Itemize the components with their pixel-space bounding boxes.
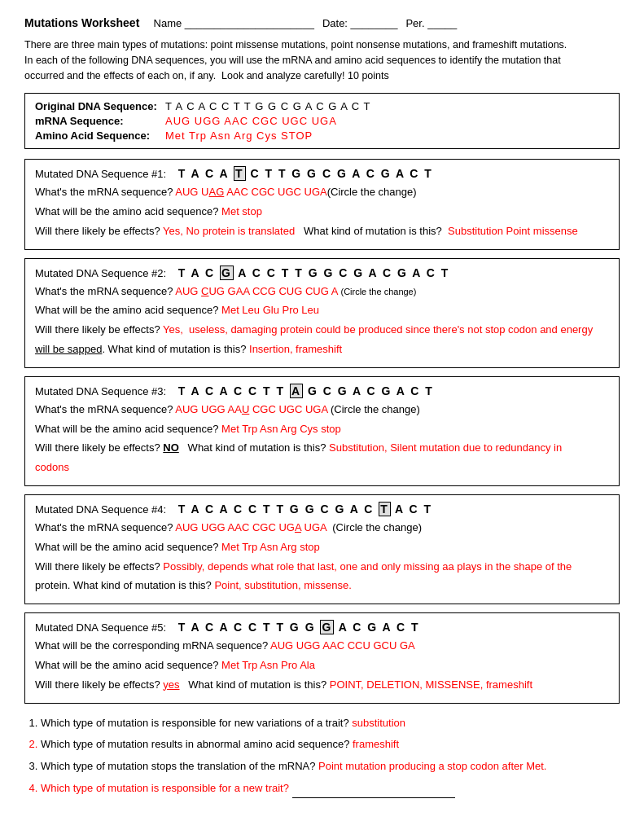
mutation-1-q1: What's the mRNA sequence? AUG UAG AAC CG… <box>35 184 609 201</box>
mutation-2-q3-line1: Will there likely be effects? Yes, usele… <box>35 322 609 339</box>
mutation-box-2: Mutated DNA Sequence #2: T A C G A C C T… <box>24 258 620 368</box>
answer-2: frameshift <box>353 738 399 750</box>
mutation-3-label: Mutated DNA Sequence #3: <box>35 385 175 397</box>
mutation-5-label: Mutated DNA Sequence #5: <box>35 621 175 634</box>
mutation-1-label: Mutated DNA Sequence #1: <box>35 168 175 180</box>
orig-mrna-label: mRNA Sequence: <box>35 115 165 127</box>
original-dna-box: Original DNA Sequence: T A C A C C T T G… <box>24 93 620 149</box>
answer-3: Point mutation producing a stop codon af… <box>318 760 546 772</box>
mutation-5-q2: What will be the amino acid sequence? Me… <box>35 657 609 674</box>
mutation-1-q2: What will be the amino acid sequence? Me… <box>35 204 609 221</box>
answer-4-blank <box>292 780 455 798</box>
page-header: Mutations Worksheet Name _______________… <box>24 16 620 29</box>
question-3: Which type of mutation stops the transla… <box>41 758 620 775</box>
mutation-4-q2: What will be the amino acid sequence? Me… <box>35 539 609 556</box>
review-questions: Which type of mutation is responsible fo… <box>24 715 620 798</box>
mutation-4-dna: T A C A C C T T G G C G A C T A C T <box>178 503 433 516</box>
mutation-4-q3-line1: Will there likely be effects? Possibly, … <box>35 559 609 576</box>
worksheet-title: Mutations Worksheet <box>24 16 139 29</box>
mutation-box-1: Mutated DNA Sequence #1: T A C A T C T T… <box>24 159 620 249</box>
name-label: Name ______________________ <box>147 17 314 29</box>
mutation-2-label: Mutated DNA Sequence #2: <box>35 267 175 279</box>
answer-1: substitution <box>352 717 405 729</box>
mutation-box-3: Mutated DNA Sequence #3: T A C A C C T T… <box>24 376 620 486</box>
date-label: Date: ________ <box>322 17 398 29</box>
mutation-box-5: Mutated DNA Sequence #5: T A C A C C T T… <box>24 612 620 703</box>
mutation-4-q1: What's the mRNA sequence? AUG UGG AAC CG… <box>35 520 609 537</box>
mutation-3-dna: T A C A C C T T A G C G A C G A C T <box>178 384 434 397</box>
mutation-3-q1: What's the mRNA sequence? AUG UGG AAU CG… <box>35 402 609 419</box>
mutation-2-q3-line2: will be sapped. What kind of mutation is… <box>35 341 609 358</box>
orig-mrna-value: AUG UGG AAC CGC UGC UGA <box>165 115 337 127</box>
question-1: Which type of mutation is responsible fo… <box>41 715 620 732</box>
mutation-4-label: Mutated DNA Sequence #4: <box>35 503 175 516</box>
mutation-5-q3: Will there likely be effects? yes What k… <box>35 677 609 694</box>
orig-dna-value: T A C A C C T T G G C G A C G A C T <box>165 100 370 112</box>
mutation-2-q2: What will be the amino acid sequence? Me… <box>35 302 609 319</box>
question-2: Which type of mutation results in abnorm… <box>41 736 620 753</box>
mutation-2-q1: What's the mRNA sequence? AUG CUG GAA CC… <box>35 283 609 301</box>
mutation-3-q3-line2: codons <box>35 459 609 476</box>
orig-amino-label: Amino Acid Sequence: <box>35 129 165 142</box>
mutation-1-dna: T A C A T C T T G G C G A C G A C T <box>178 167 433 180</box>
mutation-2-dna: T A C G A C C T T G G C G A C G A C T <box>178 266 450 279</box>
intro-text: There are three main types of mutations:… <box>24 37 620 83</box>
mutation-1-q3: Will there likely be effects? Yes, No pr… <box>35 223 609 240</box>
per-label: Per. _____ <box>405 17 457 29</box>
mutation-3-q2: What will be the amino acid sequence? Me… <box>35 421 609 438</box>
mutation-5-q1: What will be the corresponding mRNA sequ… <box>35 638 609 655</box>
question-4: Which type of mutation is responsible fo… <box>41 780 620 798</box>
mutation-box-4: Mutated DNA Sequence #4: T A C A C C T T… <box>24 494 620 604</box>
orig-amino-value: Met Trp Asn Arg Cys STOP <box>165 129 313 142</box>
mutation-5-dna: T A C A C C T T G G G A C G A C T <box>178 621 420 634</box>
mutation-4-q3-line2: protein. What kind of mutation is this? … <box>35 577 609 595</box>
orig-dna-label: Original DNA Sequence: <box>35 100 165 112</box>
mutation-3-q3-line1: Will there likely be effects? NO What ki… <box>35 440 609 457</box>
